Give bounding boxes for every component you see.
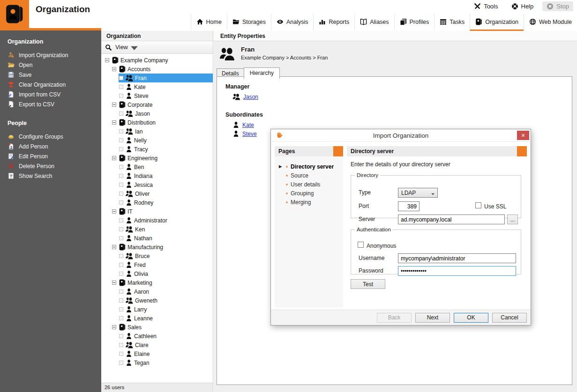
tree-node-steve[interactable]: Steve [101, 91, 213, 100]
nav-tab-tasks[interactable]: Tasks [434, 14, 470, 31]
nav-tab-organization[interactable]: Organization [470, 14, 524, 31]
node-checkbox[interactable] [119, 227, 123, 231]
tree-node-clare[interactable]: Clare [101, 340, 213, 349]
back-button[interactable]: Back [377, 313, 412, 323]
node-checkbox[interactable] [119, 200, 123, 205]
node-checkbox[interactable] [119, 138, 123, 142]
topbar-help-button[interactable]: Help [507, 1, 538, 11]
tree-node-jason[interactable]: Jason [101, 109, 213, 118]
node-checkbox[interactable] [119, 343, 123, 347]
ok-button[interactable]: OK [454, 313, 488, 323]
node-checkbox[interactable] [119, 165, 123, 169]
expand-toggle[interactable] [112, 67, 116, 71]
node-checkbox[interactable] [119, 94, 123, 98]
expand-toggle[interactable] [112, 209, 116, 214]
test-button[interactable]: Test [351, 279, 385, 289]
page-item-directory-server[interactable]: ▶Directory server [279, 162, 343, 171]
tree-node-accounts[interactable]: Accounts [101, 65, 213, 74]
tree-node-it[interactable]: IT [101, 207, 213, 216]
nav-tab-analysis[interactable]: Analysis [271, 14, 314, 31]
tree-node-kate[interactable]: Kate [101, 82, 213, 91]
sidebar-item-configure-groups[interactable]: Configure Groups [0, 132, 101, 141]
subordinate-link-steve[interactable]: Steve [242, 131, 257, 137]
tree-node-ken[interactable]: Ken [101, 225, 213, 234]
sidebar-item-clear-organization[interactable]: Clear Organization [0, 80, 101, 89]
topbar-tools-button[interactable]: Tools [470, 1, 502, 11]
node-checkbox[interactable] [119, 298, 123, 303]
page-item-grouping[interactable]: ▶Grouping [279, 189, 343, 198]
manager-link[interactable]: Jason [243, 94, 258, 100]
tree-node-fred[interactable]: Fred [101, 260, 213, 269]
node-checkbox[interactable] [119, 183, 123, 187]
port-input[interactable] [398, 201, 420, 211]
node-checkbox[interactable] [119, 289, 123, 294]
sidebar-item-show-search[interactable]: ?Show Search [0, 171, 101, 181]
tree-node-tegan[interactable]: Tegan [101, 358, 213, 367]
sidebar-item-export-to-csv[interactable]: Export to CSV [0, 99, 101, 109]
sidebar-item-add-person[interactable]: Add Person [0, 141, 101, 151]
tree-node-sales[interactable]: Sales [101, 323, 213, 332]
tree-node-distribution[interactable]: Distribution [101, 118, 213, 127]
tree-node-indiana[interactable]: Indiana [101, 171, 213, 180]
node-checkbox[interactable] [119, 111, 123, 116]
nav-tab-profiles[interactable]: Profiles [394, 14, 435, 31]
sidebar-item-import-from-csv[interactable]: Import from CSV [0, 89, 101, 99]
tree-node-gweneth[interactable]: Gweneth [101, 296, 213, 305]
anonymous-checkbox[interactable] [358, 242, 364, 248]
use-ssl-checkbox[interactable] [475, 202, 481, 208]
sidebar-item-import-organization[interactable]: Import Organization [0, 50, 101, 60]
tree-node-marketing[interactable]: Marketing [101, 278, 213, 287]
node-checkbox[interactable] [119, 254, 123, 258]
expand-toggle[interactable] [105, 58, 109, 62]
expand-toggle[interactable] [112, 281, 116, 285]
nav-tab-aliases[interactable]: Aliases [354, 14, 394, 31]
tree-node-nelly[interactable]: Nelly [101, 136, 213, 145]
server-input[interactable] [398, 214, 505, 224]
node-checkbox[interactable] [119, 174, 123, 178]
tree-node-elaine[interactable]: Elaine [101, 349, 213, 358]
tree-node-larry[interactable]: Larry [101, 305, 213, 314]
topbar-stop-button[interactable]: Stop [542, 1, 573, 11]
tree-node-rodney[interactable]: Rodney [101, 198, 213, 207]
tree-node-ben[interactable]: Ben [101, 163, 213, 171]
tree-node-manufacturing[interactable]: Manufacturing [101, 243, 213, 251]
nav-tab-home[interactable]: Home [191, 14, 227, 31]
tree-node-fran[interactable]: Fran [101, 74, 213, 82]
dialog-titlebar[interactable]: Import Organization ✕ [271, 129, 531, 142]
node-checkbox[interactable] [119, 192, 123, 196]
node-checkbox[interactable] [119, 272, 123, 276]
tree-node-aaron[interactable]: Aaron [101, 287, 213, 296]
search-icon[interactable] [105, 44, 112, 51]
tree-node-nathan[interactable]: Nathan [101, 234, 213, 243]
close-button[interactable]: ✕ [517, 131, 529, 140]
node-checkbox[interactable] [119, 147, 123, 151]
next-button[interactable]: Next [415, 313, 450, 323]
password-input[interactable] [398, 266, 516, 276]
sidebar-item-delete-person[interactable]: Delete Person [0, 161, 101, 171]
node-checkbox[interactable] [119, 307, 123, 311]
tree-node-corporate[interactable]: Corporate [101, 100, 213, 109]
expand-toggle[interactable] [112, 120, 116, 125]
tree-node-example-company[interactable]: Example Company [101, 56, 213, 65]
tree-node-ian[interactable]: Ian [101, 127, 213, 136]
cancel-button[interactable]: Cancel [492, 313, 527, 323]
tree-node-leanne[interactable]: Leanne [101, 314, 213, 323]
type-select[interactable]: LDAP [398, 188, 438, 198]
nav-tab-web-module[interactable]: Web Module [524, 14, 577, 31]
tree-node-bruce[interactable]: Bruce [101, 251, 213, 260]
subordinate-link-kate[interactable]: Kate [242, 122, 254, 128]
tree-node-administrator[interactable]: Administrator [101, 216, 213, 225]
sidebar-item-save[interactable]: Save [0, 70, 101, 80]
username-input[interactable] [398, 253, 516, 263]
node-checkbox[interactable] [119, 316, 123, 320]
expand-toggle[interactable] [112, 103, 116, 107]
node-checkbox[interactable] [119, 76, 123, 80]
expand-toggle[interactable] [112, 156, 116, 160]
node-checkbox[interactable] [119, 263, 123, 267]
tree-node-oliver[interactable]: Oliver [101, 189, 213, 198]
node-checkbox[interactable] [119, 129, 123, 133]
nav-tab-storages[interactable]: Storages [227, 14, 271, 31]
tree-node-engineering[interactable]: Engineering [101, 154, 213, 163]
node-checkbox[interactable] [119, 85, 123, 89]
expand-toggle[interactable] [112, 325, 116, 329]
